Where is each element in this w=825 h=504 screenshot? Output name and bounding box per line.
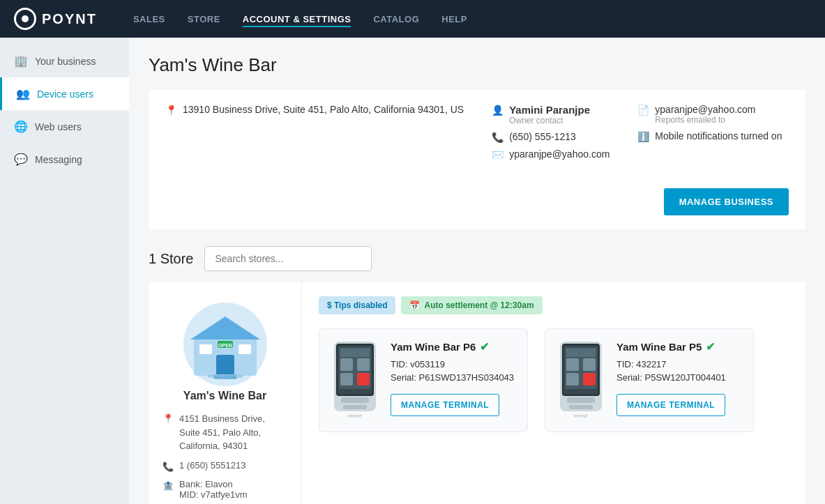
svg-rect-19 <box>357 373 370 385</box>
page-layout: 🏢 Your business 👥 Device users 🌐 Web use… <box>0 38 825 504</box>
sidebar-label-web-users: Web users <box>35 121 82 132</box>
sidebar-label-device-users: Device users <box>37 89 93 100</box>
nav-help[interactable]: HELP <box>441 11 467 27</box>
terminal-p6-check-icon: ✔ <box>480 340 489 353</box>
svg-rect-18 <box>340 373 353 385</box>
sidebar-item-device-users[interactable]: 👥 Device users <box>0 77 129 110</box>
nav-account-settings[interactable]: ACCOUNT & SETTINGS <box>243 11 351 27</box>
phone-icon: 📞 <box>492 132 504 143</box>
terminal-p5-serial: Serial: P5SW120JT004401 <box>616 372 742 383</box>
tips-badge: $ Tips disabled <box>319 296 395 314</box>
logo-text: POYNT <box>42 11 97 27</box>
svg-rect-3 <box>216 355 234 376</box>
svg-text:POYNT: POYNT <box>348 414 363 418</box>
store-header: 1 Store <box>149 246 805 271</box>
terminal-p5-check-icon: ✔ <box>706 340 715 353</box>
logo[interactable]: POYNT <box>14 8 97 30</box>
store-left-panel: OPEN WELCOME Yam's Wine Bar 📍 4151 Busin… <box>149 282 302 504</box>
terminal-p6-serial: Serial: P61SWD137HS034043 <box>391 372 516 383</box>
store-location-icon: 📍 <box>162 413 174 424</box>
business-info-bar: 📍 13910 Business Drive, Suite 451, Palo … <box>149 90 805 229</box>
store-address-text: 4151 Business Drive, Suite 451, Palo Alt… <box>179 412 265 453</box>
terminal-p6-info: Yam Wine Bar P6 ✔ TID: v053119 Serial: P… <box>391 340 516 416</box>
location-icon: 📍 <box>165 105 177 116</box>
owner-row: 👤 Yamini Paranjpe Owner contact <box>492 104 610 125</box>
svg-rect-29 <box>583 358 596 371</box>
terminal-p5-tid: TID: 432217 <box>616 359 742 369</box>
business-email: yparanjpe@yahoo.com <box>509 148 610 160</box>
svg-rect-30 <box>566 373 579 385</box>
svg-rect-16 <box>340 358 353 371</box>
manage-terminal-p5-button[interactable]: MANAGE TERMINAL <box>616 394 725 416</box>
business-phone: (650) 555-1213 <box>509 131 576 142</box>
reports-label: Reports emailed to <box>655 115 755 125</box>
person-icon: 👤 <box>492 105 504 116</box>
svg-rect-33 <box>569 405 593 409</box>
business-address: 13910 Business Drive, Suite 451, Palo Al… <box>183 104 464 115</box>
terminal-p5-name: Yam Wine Bar P5 ✔ <box>616 340 742 353</box>
top-navigation: POYNT SALES STORE ACCOUNT & SETTINGS CAT… <box>0 0 825 38</box>
store-address: 📍 4151 Business Drive, Suite 451, Palo A… <box>162 412 287 453</box>
svg-rect-5 <box>239 344 251 354</box>
sidebar-label-your-business: Your business <box>35 56 96 67</box>
web-users-icon: 🌐 <box>14 120 28 133</box>
sidebar-item-your-business[interactable]: 🏢 Your business <box>0 45 129 77</box>
terminal-p6-image: POYNT <box>331 340 379 420</box>
bank-icon: 🏦 <box>162 480 174 491</box>
store-bank-text: Bank: Elavon MID: v7atfye1vm <box>179 479 248 500</box>
svg-rect-20 <box>341 397 369 403</box>
email-icon: ✉️ <box>492 149 504 160</box>
terminal-p6-name: Yam Wine Bar P6 ✔ <box>391 340 516 353</box>
store-bank: 🏦 Bank: Elavon MID: v7atfye1vm <box>162 479 287 500</box>
notifications-row: ℹ️ Mobile notifications turned on <box>637 130 782 142</box>
store-count-label: 1 Store <box>149 251 193 267</box>
address-row: 📍 13910 Business Drive, Suite 451, Palo … <box>165 104 464 116</box>
address-column: 📍 13910 Business Drive, Suite 451, Palo … <box>165 104 464 116</box>
svg-rect-28 <box>566 358 579 371</box>
store-right-panel: $ Tips disabled 📅 Auto settlement @ 12:3… <box>302 282 805 504</box>
notifications-icon: ℹ️ <box>637 131 649 142</box>
terminal-p5-image: POYNT <box>557 340 605 420</box>
settlement-icon: 📅 <box>409 300 420 310</box>
manage-business-button[interactable]: MANAGE BUSINESS <box>664 188 789 215</box>
sidebar-item-web-users[interactable]: 🌐 Web users <box>0 110 129 143</box>
sidebar-label-messaging: Messaging <box>35 154 82 165</box>
email-row: ✉️ yparanjpe@yahoo.com <box>492 148 610 160</box>
reports-email-row: 📄 yparanjpe@yahoo.com Reports emailed to <box>637 104 782 125</box>
terminal-p6-tid: TID: v053119 <box>391 359 516 369</box>
svg-rect-4 <box>199 344 212 354</box>
owner-label: Owner contact <box>509 116 590 125</box>
nav-store[interactable]: STORE <box>188 11 220 27</box>
store-phone-text: 1 (650) 5551213 <box>179 460 245 471</box>
messaging-icon: 💬 <box>14 153 28 166</box>
reports-icon: 📄 <box>637 105 649 116</box>
nav-catalog[interactable]: CATALOG <box>373 11 419 27</box>
svg-rect-31 <box>583 373 596 385</box>
owner-column: 👤 Yamini Paranjpe Owner contact 📞 (650) … <box>492 104 610 160</box>
svg-rect-21 <box>343 405 367 409</box>
terminals-grid: POYNT Yam Wine Bar P6 ✔ TID: v053119 <box>319 328 789 432</box>
store-phone: 📞 1 (650) 5551213 <box>162 460 287 472</box>
settlement-badge: 📅 Auto settlement @ 12:30am <box>401 296 542 314</box>
store-illustration: OPEN WELCOME <box>180 299 271 390</box>
terminal-card-p5: POYNT Yam Wine Bar P5 ✔ TID: 432217 <box>545 328 754 432</box>
terminal-p5-info: Yam Wine Bar P5 ✔ TID: 432217 Serial: P5… <box>616 340 742 416</box>
search-stores-input[interactable] <box>204 246 372 271</box>
phone-row: 📞 (650) 555-1213 <box>492 131 610 143</box>
svg-text:POYNT: POYNT <box>574 414 589 418</box>
sidebar: 🏢 Your business 👥 Device users 🌐 Web use… <box>0 38 129 504</box>
owner-info: Yamini Paranjpe Owner contact <box>509 104 590 125</box>
nav-sales[interactable]: SALES <box>133 11 165 27</box>
sidebar-item-messaging[interactable]: 💬 Messaging <box>0 143 129 176</box>
page-title: Yam's Wine Bar <box>149 54 805 76</box>
store-card: OPEN WELCOME Yam's Wine Bar 📍 4151 Busin… <box>149 282 805 504</box>
business-icon: 🏢 <box>14 54 28 68</box>
main-content: Yam's Wine Bar 📍 13910 Business Drive, S… <box>129 38 825 504</box>
manage-terminal-p6-button[interactable]: MANAGE TERMINAL <box>391 394 499 416</box>
store-name: Yam's Wine Bar <box>183 390 266 402</box>
svg-rect-17 <box>357 358 370 371</box>
svg-text:OPEN: OPEN <box>218 343 232 348</box>
terminal-card-p6: POYNT Yam Wine Bar P6 ✔ TID: v053119 <box>319 328 528 432</box>
reports-column: 📄 yparanjpe@yahoo.com Reports emailed to… <box>637 104 782 142</box>
store-badges: $ Tips disabled 📅 Auto settlement @ 12:3… <box>319 296 789 314</box>
